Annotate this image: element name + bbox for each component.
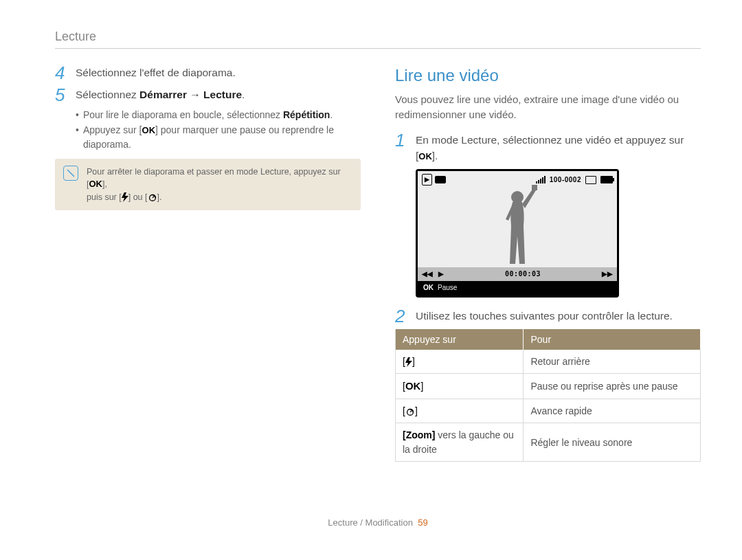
note-text: Pour arrêter le diaporama et passer en m… bbox=[87, 166, 352, 203]
step-text: Sélectionnez Démarrer → Lecture. bbox=[76, 86, 361, 102]
step-5-bullets: • Pour lire le diaporama en boucle, séle… bbox=[76, 108, 361, 151]
svg-rect-6 bbox=[532, 185, 537, 190]
step-text: En mode Lecture, sélectionnez une vidéo … bbox=[416, 131, 701, 164]
battery-icon bbox=[600, 176, 613, 183]
step-2: 2 Utilisez les touches suivantes pour co… bbox=[395, 307, 701, 325]
section-heading: Lire une vidéo bbox=[395, 64, 701, 88]
bullet-pause: • Appuyez sur [OK] pour marquer une paus… bbox=[76, 123, 361, 151]
flash-icon bbox=[122, 192, 128, 202]
svg-marker-7 bbox=[405, 357, 412, 367]
step-1: 1 En mode Lecture, sélectionnez une vidé… bbox=[395, 131, 701, 164]
key-cell: [] bbox=[396, 350, 524, 374]
step-number: 4 bbox=[55, 64, 73, 82]
key-cell: [] bbox=[396, 399, 524, 423]
table-header-row: Appuyez sur Pour bbox=[396, 329, 701, 350]
play-mode-icon: ▶ bbox=[422, 174, 432, 186]
note-icon bbox=[63, 166, 78, 181]
timer-icon bbox=[148, 192, 157, 202]
section-header: Lecture bbox=[55, 27, 701, 49]
volume-bars-icon bbox=[536, 176, 546, 183]
action-cell: Avance rapide bbox=[524, 399, 701, 423]
two-column-layout: 4 Sélectionnez l'effet de diaporama. 5 S… bbox=[55, 64, 701, 462]
section-intro: Vous pouvez lire une vidéo, extraire une… bbox=[395, 92, 701, 122]
camera-lcd-preview: ▶ 100-0002 bbox=[416, 169, 619, 298]
step-number: 5 bbox=[55, 86, 73, 104]
step-5: 5 Sélectionnez Démarrer → Lecture. bbox=[55, 86, 361, 104]
page-footer: Lecture / Modification 59 bbox=[55, 517, 701, 530]
svg-line-4 bbox=[153, 196, 155, 198]
lcd-screen-area: ▶ 100-0002 bbox=[418, 171, 617, 267]
left-column: 4 Sélectionnez l'effet de diaporama. 5 S… bbox=[55, 64, 361, 462]
table-row: [Zoom] vers la gauche ou la droite Régle… bbox=[396, 423, 701, 462]
svg-point-5 bbox=[511, 191, 524, 203]
ok-icon: OK bbox=[405, 379, 421, 394]
ok-icon: OK bbox=[89, 179, 102, 189]
bullet-repetition: • Pour lire le diaporama en boucle, séle… bbox=[76, 108, 361, 122]
col-header-action: Pour bbox=[524, 329, 701, 350]
step-text: Utilisez les touches suivantes pour cont… bbox=[416, 307, 701, 324]
svg-line-0 bbox=[67, 170, 74, 177]
key-cell: [Zoom] vers la gauche ou la droite bbox=[396, 423, 524, 462]
col-header-key: Appuyez sur bbox=[396, 329, 524, 350]
table-row: [] Retour arrière bbox=[396, 350, 701, 374]
key-cell: [OK] bbox=[396, 374, 524, 399]
step-4: 4 Sélectionnez l'effet de diaporama. bbox=[55, 64, 361, 82]
lcd-status-bar: ▶ 100-0002 bbox=[422, 174, 613, 186]
page-number: 59 bbox=[418, 517, 427, 528]
ok-icon: OK bbox=[423, 283, 434, 293]
play-icon: ▶ bbox=[438, 269, 444, 280]
svg-line-9 bbox=[410, 411, 412, 413]
flash-icon bbox=[405, 357, 412, 367]
action-cell: Régler le niveau sonore bbox=[524, 423, 701, 462]
ok-icon: OK bbox=[418, 151, 432, 161]
right-column: Lire une vidéo Vous pouvez lire une vidé… bbox=[395, 64, 701, 462]
step-number: 1 bbox=[395, 131, 413, 149]
step-text: Sélectionnez l'effet de diaporama. bbox=[76, 64, 361, 80]
table-row: [OK] Pause ou reprise après une pause bbox=[396, 374, 701, 399]
video-icon bbox=[435, 176, 446, 183]
svg-marker-2 bbox=[122, 192, 128, 202]
controls-table: Appuyez sur Pour [] Retour arrière [OK] … bbox=[395, 329, 701, 462]
sdcard-icon bbox=[585, 176, 596, 184]
action-cell: Retour arrière bbox=[524, 350, 701, 374]
lcd-hint-bar: OK Pause bbox=[418, 281, 617, 295]
elapsed-time: 00:00:03 bbox=[505, 269, 541, 280]
file-index: 100-0002 bbox=[550, 175, 581, 186]
timer-icon bbox=[405, 407, 415, 416]
forward-icon: ▶▶ bbox=[602, 269, 613, 280]
video-content-silhouette bbox=[493, 185, 541, 267]
table-row: [] Avance rapide bbox=[396, 399, 701, 423]
action-cell: Pause ou reprise après une pause bbox=[524, 374, 701, 399]
step-number: 2 bbox=[395, 307, 413, 325]
rewind-icon: ◀◀ bbox=[422, 269, 433, 280]
ok-icon: OK bbox=[142, 125, 156, 135]
note-box: Pour arrêter le diaporama et passer en m… bbox=[55, 159, 361, 210]
pause-label: Pause bbox=[438, 283, 457, 293]
lcd-progress-bar: ◀◀ ▶ 00:00:03 ▶▶ bbox=[418, 267, 617, 281]
